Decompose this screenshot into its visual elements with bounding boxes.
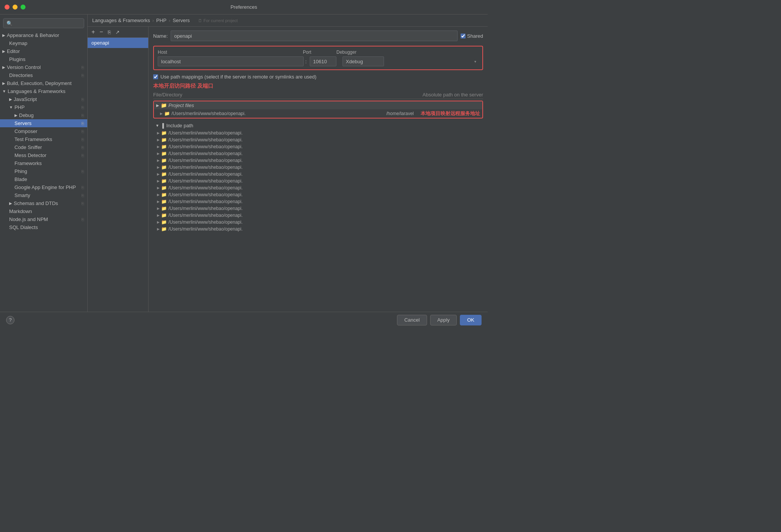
arrow-icon: ▶ bbox=[2, 49, 5, 53]
arrow-icon: ▶ bbox=[9, 97, 12, 101]
ok-button[interactable]: OK bbox=[460, 315, 482, 325]
sidebar-item-version-control[interactable]: ▶ Version Control ⎘ bbox=[0, 63, 87, 71]
sidebar-item-editor[interactable]: ▶ Editor bbox=[0, 47, 87, 55]
row-arrow-icon: ▶ bbox=[157, 131, 160, 135]
annotation-local-access: 本地开启访问路径 及端口 bbox=[153, 83, 483, 90]
server-list: + − ⎘ ↗ openapi bbox=[88, 27, 149, 312]
path-row-8: ▶ 📁 /Users/merlini/www/shebao/openapi. bbox=[153, 184, 483, 191]
mapping-col2-header: Absolute path on the server bbox=[318, 92, 483, 98]
search-bar[interactable]: 🔍 bbox=[3, 18, 84, 28]
copy-server-button[interactable]: ⎘ bbox=[106, 29, 112, 35]
help-button[interactable]: ? bbox=[6, 316, 14, 324]
sidebar-item-sql-dialects[interactable]: SQL Dialects bbox=[0, 223, 87, 231]
debugger-select[interactable]: Xdebug Zend Debugger bbox=[342, 56, 384, 66]
project-files-header[interactable]: ▶ 📁 Project files bbox=[154, 101, 482, 109]
window-title: Preferences bbox=[230, 4, 257, 10]
sidebar-item-blade[interactable]: Blade bbox=[0, 175, 87, 183]
titlebar: Preferences bbox=[0, 0, 488, 14]
folder-icon: 📁 bbox=[161, 103, 167, 108]
sidebar-item-mess-detector[interactable]: Mess Detector ⎘ bbox=[0, 151, 87, 159]
shared-checkbox-row: Shared bbox=[461, 33, 483, 39]
port-input[interactable] bbox=[310, 56, 336, 66]
arrow-icon: ▶ bbox=[2, 33, 5, 37]
sidebar-item-plugins[interactable]: Plugins bbox=[0, 55, 87, 63]
row-arrow-icon: ▶ bbox=[157, 207, 160, 210]
include-path-label: Include path bbox=[166, 123, 193, 128]
path-row-2: ▶ 📁 /Users/merlini/www/shebao/openapi. bbox=[153, 143, 483, 150]
sidebar-item-lang-frameworks[interactable]: ▼ Languages & Frameworks bbox=[0, 87, 87, 95]
sidebar-item-directories[interactable]: Directories ⎘ bbox=[0, 71, 87, 79]
sidebar-item-appearance[interactable]: ▶ Appearance & Behavior bbox=[0, 31, 87, 39]
bar-chart-icon: ▐ bbox=[161, 123, 164, 128]
sidebar-item-google-app-engine[interactable]: Google App Engine for PHP ⎘ bbox=[0, 183, 87, 191]
sidebar-item-servers[interactable]: Servers ⎘ bbox=[0, 119, 87, 127]
sidebar-item-frameworks[interactable]: Frameworks bbox=[0, 159, 87, 167]
project-file-row: ▶ 📁 /Users/merlini/www/shebao/openapi. /… bbox=[154, 109, 482, 118]
breadcrumb-note: 🗒 For current project bbox=[198, 18, 238, 23]
project-file-mapping: /home/laravel bbox=[386, 111, 414, 116]
sidebar-item-keymap[interactable]: Keymap bbox=[0, 39, 87, 47]
minimize-button[interactable] bbox=[13, 5, 18, 10]
sidebar-item-nodejs-npm[interactable]: Node.js and NPM ⎘ bbox=[0, 215, 87, 223]
sidebar-item-debug[interactable]: ▶ Debug ⎘ bbox=[0, 111, 87, 119]
bottom-left: ? bbox=[6, 316, 14, 324]
share-server-button[interactable]: ↗ bbox=[114, 29, 121, 35]
row-arrow-icon: ▶ bbox=[157, 145, 160, 149]
project-file-path: /Users/merlini/www/shebao/openapi. bbox=[171, 111, 386, 116]
sidebar-item-code-sniffer[interactable]: Code Sniffer ⎘ bbox=[0, 143, 87, 151]
breadcrumb-part1: Languages & Frameworks bbox=[92, 18, 150, 23]
path-row-4: ▶ 📁 /Users/merlini/www/shebao/openapi. bbox=[153, 157, 483, 164]
project-files-box: ▶ 📁 Project files ▶ 📁 /Users/merlini/www… bbox=[153, 101, 483, 119]
path-mappings-label: Use path mappings (select if the server … bbox=[160, 74, 317, 80]
host-input[interactable] bbox=[158, 56, 304, 66]
sidebar-item-composer[interactable]: Composer ⎘ bbox=[0, 127, 87, 135]
server-toolbar: + − ⎘ ↗ bbox=[88, 27, 148, 38]
sidebar-item-phing[interactable]: Phing ⎘ bbox=[0, 167, 87, 175]
copy-icon: ⎘ bbox=[82, 105, 84, 110]
sidebar-item-test-frameworks[interactable]: Test Frameworks ⎘ bbox=[0, 135, 87, 143]
maximize-button[interactable] bbox=[21, 5, 26, 10]
mapping-col1-header: File/Directory bbox=[153, 92, 318, 98]
name-input[interactable] bbox=[171, 30, 458, 41]
folder-icon: 📁 bbox=[161, 206, 167, 211]
sidebar-item-markdown[interactable]: Markdown bbox=[0, 207, 87, 215]
copy-icon: ⎘ bbox=[82, 137, 84, 142]
row-arrow-icon: ▶ bbox=[157, 220, 160, 224]
row-arrow-icon: ▶ bbox=[157, 165, 160, 169]
folder-icon: 📁 bbox=[161, 213, 167, 218]
remove-server-button[interactable]: − bbox=[98, 28, 104, 36]
server-entry-openapi[interactable]: openapi bbox=[88, 38, 148, 48]
sidebar-item-javascript[interactable]: ▶ JavaScript ⎘ bbox=[0, 95, 87, 103]
include-path-header[interactable]: ▼ ▐ Include path bbox=[153, 122, 483, 130]
add-server-button[interactable]: + bbox=[90, 28, 96, 36]
shared-checkbox[interactable] bbox=[461, 34, 466, 38]
server-panel: + − ⎘ ↗ openapi Name: Shared bbox=[88, 27, 488, 312]
apply-button[interactable]: Apply bbox=[430, 315, 457, 325]
copy-icon: ⎘ bbox=[82, 65, 84, 70]
path-mappings-checkbox[interactable] bbox=[153, 74, 158, 79]
sidebar-item-smarty[interactable]: Smarty ⎘ bbox=[0, 191, 87, 199]
sidebar-item-build[interactable]: ▶ Build, Execution, Deployment bbox=[0, 79, 87, 87]
sidebar-item-schemas-dtds[interactable]: ▶ Schemas and DTDs ⎘ bbox=[0, 199, 87, 207]
row-arrow-icon: ▶ bbox=[160, 112, 163, 115]
folder-icon: 📁 bbox=[161, 171, 167, 177]
window-controls[interactable] bbox=[5, 5, 26, 10]
name-row: Name: Shared bbox=[153, 30, 483, 41]
arrow-icon: ▶ bbox=[2, 81, 5, 85]
server-details: Name: Shared Host Port Debugger bbox=[149, 27, 488, 312]
sidebar: 🔍 ▶ Appearance & Behavior Keymap ▶ Edito… bbox=[0, 14, 88, 312]
path-mappings-row: Use path mappings (select if the server … bbox=[153, 74, 483, 80]
row-arrow-icon: ▶ bbox=[157, 213, 160, 217]
close-button[interactable] bbox=[5, 5, 10, 10]
host-label: Host bbox=[158, 50, 300, 55]
folder-icon: 📁 bbox=[161, 144, 167, 149]
copy-icon: ⎘ bbox=[82, 185, 84, 190]
copy-icon: ⎘ bbox=[82, 169, 84, 174]
path-row-14: ▶ 📁 /Users/merlini/www/shebao/openapi. bbox=[153, 226, 483, 232]
host-labels-row: Host Port Debugger bbox=[158, 50, 479, 55]
copy-icon: ⎘ bbox=[82, 153, 84, 158]
sidebar-item-php[interactable]: ▼ PHP ⎘ bbox=[0, 103, 87, 111]
path-row-9: ▶ 📁 /Users/merlini/www/shebao/openapi. bbox=[153, 191, 483, 198]
debugger-select-wrap: Xdebug Zend Debugger ▾ bbox=[339, 56, 479, 66]
cancel-button[interactable]: Cancel bbox=[397, 315, 427, 325]
